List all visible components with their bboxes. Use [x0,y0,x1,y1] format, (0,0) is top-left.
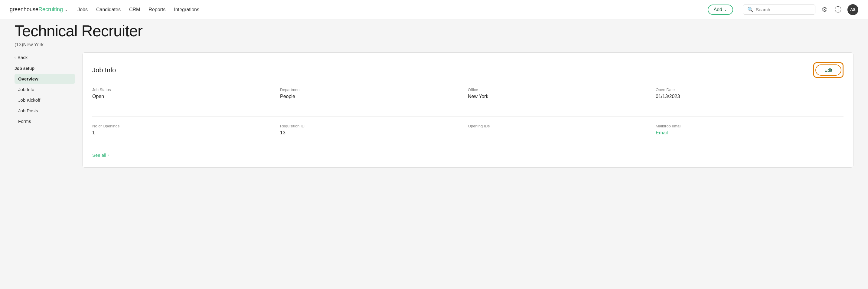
info-cell-req-id: Requisition ID 13 [280,124,468,143]
info-cell-no-openings: No of Openings 1 [92,124,280,143]
see-all-link[interactable]: See all › [92,152,843,158]
page-header: Job Status: Open Technical Recruiter (13… [0,19,868,52]
edit-btn-wrapper: Edit [813,62,843,78]
edit-button[interactable]: Edit [815,64,841,76]
help-button[interactable]: ⓘ [834,4,843,16]
info-value-job-status: Open [92,94,275,99]
settings-button[interactable]: ⚙ [820,4,829,15]
back-label: Back [18,55,28,60]
add-label: Add [714,7,722,12]
sidebar-section-label: Job setup [14,66,75,71]
card-header: Job Info Edit [92,62,843,78]
content-area: Job Info Edit Job Status Open Department… [82,52,854,168]
info-cell-office: Office New York [468,87,656,107]
sidebar-item-job-posts[interactable]: Job Posts [14,106,75,116]
back-chevron-icon: ‹ [14,55,16,60]
avatar-button[interactable]: AS [847,4,858,15]
info-value-no-openings: 1 [92,130,275,136]
main-layout: ‹ Back Job setup Overview Job Info Job K… [0,52,868,182]
sidebar-item-job-info[interactable]: Job Info [14,84,75,94]
info-cell-maildrop: Maildrop email Email [656,124,843,143]
back-button[interactable]: ‹ Back [14,55,75,60]
info-value-maildrop-link[interactable]: Email [656,130,668,135]
sidebar: ‹ Back Job setup Overview Job Info Job K… [14,52,75,168]
job-subtitle: (13)New York [14,42,854,48]
add-chevron-icon: ⌄ [724,7,727,12]
info-cell-open-date: Open Date 01/13/2023 [656,87,843,107]
nav-reports[interactable]: Reports [149,7,165,12]
job-info-card: Job Info Edit Job Status Open Department… [82,52,854,168]
info-label-req-id: Requisition ID [280,124,463,128]
info-label-maildrop: Maildrop email [656,124,839,128]
sidebar-item-overview[interactable]: Overview [14,74,75,84]
logo[interactable]: greenhouse Recruiting ⌄ [10,6,68,13]
logo-greenhouse: greenhouse [10,6,38,13]
info-label-open-date: Open Date [656,87,839,92]
nav-crm[interactable]: CRM [129,7,140,12]
logo-chevron-icon: ⌄ [65,7,68,12]
info-grid-row2: No of Openings 1 Requisition ID 13 Openi… [92,124,843,143]
sidebar-item-job-kickoff[interactable]: Job Kickoff [14,95,75,105]
info-value-department: People [280,94,463,99]
add-button[interactable]: Add ⌄ [708,4,733,15]
info-cell-department: Department People [280,87,468,107]
search-box[interactable]: 🔍 [743,4,815,15]
logo-recruiting: Recruiting [38,6,63,13]
nav-candidates[interactable]: Candidates [96,7,121,12]
info-label-office: Office [468,87,651,92]
info-grid-row1: Job Status Open Department People Office… [92,87,843,107]
see-all-label: See all [92,152,106,158]
avatar-initials: AS [850,7,856,12]
info-value-req-id: 13 [280,130,463,136]
info-label-no-openings: No of Openings [92,124,275,128]
top-navigation: greenhouse Recruiting ⌄ Jobs Candidates … [0,0,868,19]
nav-integrations[interactable]: Integrations [174,7,199,12]
job-title: Technical Recruiter [14,22,854,40]
info-cell-job-status: Job Status Open [92,87,280,107]
card-title: Job Info [92,66,116,74]
info-value-office: New York [468,94,651,99]
info-label-opening-ids: Opening IDs [468,124,651,128]
info-cell-opening-ids: Opening IDs [468,124,656,143]
info-value-open-date: 01/13/2023 [656,94,839,99]
nav-right: 🔍 ⚙ ⓘ AS [743,4,858,16]
nav-links: Jobs Candidates CRM Reports Integrations [78,7,199,12]
search-icon: 🔍 [747,7,753,12]
nav-jobs[interactable]: Jobs [78,7,88,12]
sidebar-item-forms[interactable]: Forms [14,116,75,126]
info-label-department: Department [280,87,463,92]
info-label-job-status: Job Status [92,87,275,92]
search-input[interactable] [756,7,811,12]
see-all-chevron-icon: › [108,153,109,157]
